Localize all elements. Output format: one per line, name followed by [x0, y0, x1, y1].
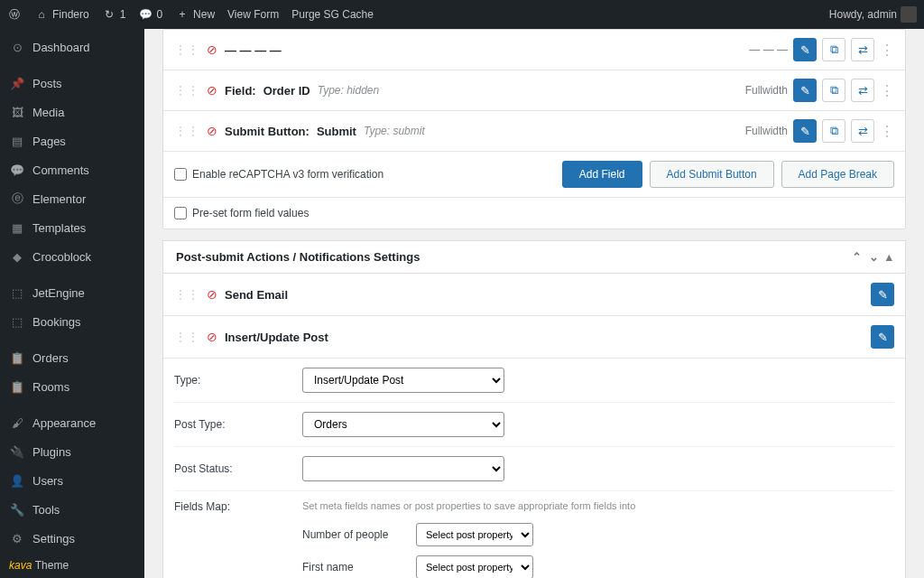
copy-button[interactable]: ⧉ — [822, 119, 845, 143]
updates-link[interactable]: ↻1 — [102, 7, 126, 22]
chevron-down-icon[interactable]: ⌄ — [869, 250, 879, 264]
gear-icon: ⚙ — [9, 530, 25, 546]
sidebar-item-dashboard[interactable]: ⊙Dashboard — [0, 33, 144, 61]
post-status-select[interactable] — [302, 456, 504, 481]
brush-icon: 🖌 — [9, 415, 25, 431]
new-link[interactable]: +New — [175, 7, 215, 22]
sidebar-item-elementor[interactable]: ⓔElementor — [0, 184, 144, 213]
shuffle-button[interactable]: ⇄ — [851, 119, 874, 143]
comment-icon: 💬 — [9, 162, 25, 178]
field-row-submit: ⋮⋮ ⊘ Submit Button: Submit Type: submit … — [163, 111, 905, 152]
media-icon: 🖾 — [9, 104, 25, 120]
sidebar-item-users[interactable]: 👤Users — [0, 466, 144, 495]
add-page-break-button[interactable]: Add Page Break — [781, 161, 894, 188]
sidebar-item-comments[interactable]: 💬Comments — [0, 155, 144, 184]
edit-button[interactable]: ✎ — [793, 79, 817, 102]
sidebar-item-plugins[interactable]: 🔌Plugins — [0, 437, 144, 466]
sort-handle-icon[interactable]: ⋮ — [880, 82, 894, 99]
post-submit-section-header[interactable]: Post-submit Actions / Notifications Sett… — [162, 240, 906, 274]
user-icon: 👤 — [9, 472, 25, 489]
field-row-order-id: ⋮⋮ ⊘ Field: Order ID Type: hidden Fullwi… — [163, 70, 905, 111]
purge-cache-link[interactable]: Purge SG Cache — [291, 8, 374, 21]
avatar-icon — [901, 6, 917, 23]
delete-icon[interactable]: ⊘ — [207, 287, 217, 302]
action-send-email: ⋮⋮ ⊘ Send Email ✎ — [163, 274, 905, 316]
delete-icon[interactable]: ⊘ — [207, 42, 217, 57]
drag-handle-icon[interactable]: ⋮⋮ — [174, 42, 199, 57]
dashboard-icon: ⊙ — [9, 39, 25, 55]
plug-icon: 🔌 — [9, 443, 25, 460]
page-icon: ▤ — [9, 133, 25, 149]
chevron-up-icon[interactable]: ⌃ — [852, 250, 862, 264]
add-submit-button[interactable]: Add Submit Button — [650, 161, 774, 188]
delete-icon[interactable]: ⊘ — [207, 330, 217, 344]
view-form-link[interactable]: View Form — [227, 8, 279, 21]
drag-handle-icon[interactable]: ⋮⋮ — [174, 83, 199, 98]
sidebar-item-settings[interactable]: ⚙Settings — [0, 524, 144, 553]
sidebar-item-tools[interactable]: 🔧Tools — [0, 495, 144, 524]
sidebar-item-jetengine[interactable]: ⬚JetEngine — [0, 278, 144, 307]
templates-icon: ▦ — [9, 219, 25, 236]
rooms-icon: 📋 — [9, 378, 25, 395]
copy-button[interactable]: ⧉ — [822, 38, 845, 61]
edit-button[interactable]: ✎ — [793, 38, 817, 61]
delete-icon[interactable]: ⊘ — [207, 124, 217, 138]
copy-button[interactable]: ⧉ — [822, 79, 845, 102]
sidebar-item-templates[interactable]: ▦Templates — [0, 213, 144, 242]
wrench-icon: 🔧 — [9, 501, 25, 517]
sidebar-item-kava[interactable]: kava Theme — [0, 553, 144, 578]
sort-handle-icon[interactable]: ⋮ — [880, 42, 894, 59]
collapse-icon[interactable]: ▴ — [886, 250, 892, 264]
jetengine-icon: ⬚ — [9, 284, 25, 301]
post-type-label: Post Type: — [174, 418, 302, 431]
admin-toolbar: ⓦ ⌂Findero ↻1 💬0 +New View Form Purge SG… — [0, 0, 924, 29]
field-row-hidden-top: ⋮⋮ ⊘ — — — — — — — ✎ ⧉ ⇄ ⋮ — [163, 30, 905, 70]
croco-icon: ◆ — [9, 248, 25, 265]
map-select[interactable]: Select post property — [416, 555, 533, 578]
edit-button[interactable]: ✎ — [871, 325, 894, 349]
comments-link[interactable]: 💬0 — [138, 7, 162, 22]
bookings-icon: ⬚ — [9, 313, 25, 330]
sidebar-item-rooms[interactable]: 📋Rooms — [0, 372, 144, 401]
map-label: First name — [302, 561, 402, 573]
drag-handle-icon[interactable]: ⋮⋮ — [174, 330, 199, 344]
map-select[interactable]: Select post property — [416, 523, 533, 546]
post-status-label: Post Status: — [174, 462, 302, 475]
fields-map-hint: Set meta fields names or post properties… — [302, 500, 894, 511]
elementor-icon: ⓔ — [9, 191, 25, 207]
shuffle-button[interactable]: ⇄ — [851, 38, 874, 61]
sidebar-item-appearance[interactable]: 🖌Appearance — [0, 408, 144, 437]
drag-handle-icon[interactable]: ⋮⋮ — [174, 287, 199, 302]
fields-map-label: Fields Map: — [174, 500, 302, 513]
pin-icon: 📌 — [9, 75, 25, 91]
post-type-select[interactable]: Orders — [302, 412, 504, 437]
delete-icon[interactable]: ⊘ — [207, 83, 217, 98]
preset-checkbox[interactable]: Pre-set form field values — [174, 207, 309, 219]
type-label: Type: — [174, 374, 302, 387]
field-map-row: Number of peopleSelect post property — [302, 518, 894, 551]
sidebar-item-pages[interactable]: ▤Pages — [0, 126, 144, 155]
sidebar-item-posts[interactable]: 📌Posts — [0, 69, 144, 98]
sidebar-item-bookings[interactable]: ⬚Bookings — [0, 307, 144, 336]
edit-button[interactable]: ✎ — [871, 283, 894, 306]
edit-button[interactable]: ✎ — [793, 119, 817, 143]
map-label: Number of people — [302, 528, 402, 541]
sidebar-item-orders[interactable]: 📋Orders — [0, 343, 144, 372]
field-map-row: First nameSelect post property — [302, 551, 894, 578]
drag-handle-icon[interactable]: ⋮⋮ — [174, 124, 199, 138]
site-link[interactable]: ⌂Findero — [34, 7, 89, 22]
admin-sidebar: ⊙Dashboard 📌Posts 🖾Media ▤Pages 💬Comment… — [0, 29, 144, 578]
add-field-button[interactable]: Add Field — [562, 161, 642, 188]
howdy-link[interactable]: Howdy, admin — [829, 6, 917, 23]
wp-logo[interactable]: ⓦ — [7, 7, 22, 22]
orders-icon: 📋 — [9, 350, 25, 366]
sidebar-item-crocoblock[interactable]: ◆Crocoblock — [0, 242, 144, 271]
action-insert-update: ⋮⋮ ⊘ Insert/Update Post ✎ — [163, 316, 905, 359]
recaptcha-checkbox[interactable]: Enable reCAPTCHA v3 form verification — [174, 168, 383, 181]
sidebar-item-media[interactable]: 🖾Media — [0, 98, 144, 126]
type-select[interactable]: Insert/Update Post — [302, 368, 504, 393]
shuffle-button[interactable]: ⇄ — [851, 79, 874, 102]
sort-handle-icon[interactable]: ⋮ — [880, 123, 894, 140]
